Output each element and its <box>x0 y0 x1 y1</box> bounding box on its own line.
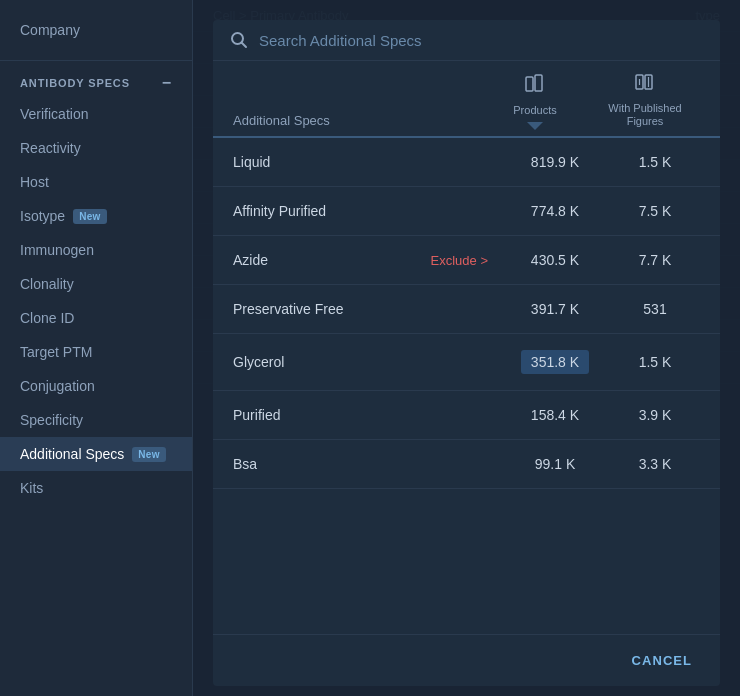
sidebar-item-verification[interactable]: Verification <box>0 97 192 131</box>
sidebar-item-label-target-ptm: Target PTM <box>20 344 92 360</box>
spec-row[interactable]: Glycerol351.8 K1.5 K <box>213 334 720 391</box>
sidebar-item-conjugation[interactable]: Conjugation <box>0 369 192 403</box>
published-icon <box>634 71 656 98</box>
sidebar-item-clone-id[interactable]: Clone ID <box>0 301 192 335</box>
sidebar-item-label-reactivity: Reactivity <box>20 140 81 156</box>
modal-footer: CANCEL <box>213 634 720 686</box>
column-headers: Additional Specs Products <box>213 61 720 138</box>
sidebar-item-immunogen[interactable]: Immunogen <box>0 233 192 267</box>
sidebar-item-label-kits: Kits <box>20 480 43 496</box>
collapse-icon[interactable]: − <box>162 75 172 91</box>
sidebar-divider-1 <box>0 60 192 61</box>
spec-row-products: 774.8 K <box>500 203 610 219</box>
spec-row-published: 3.9 K <box>610 407 700 423</box>
spec-row-published: 7.7 K <box>610 252 700 268</box>
sidebar-item-additional-specs[interactable]: Additional SpecsNew <box>0 437 192 471</box>
col-additional-specs-header: Additional Specs <box>233 113 480 128</box>
spec-row[interactable]: Preservative Free391.7 K531 <box>213 285 720 334</box>
badge-additional-specs: New <box>132 447 165 462</box>
col-products-header: Products <box>480 73 590 128</box>
sidebar-item-label-isotype: Isotype <box>20 208 65 224</box>
sidebar-item-label-clonality: Clonality <box>20 276 74 292</box>
svg-rect-2 <box>526 77 533 91</box>
exclude-button[interactable]: Exclude > <box>431 253 488 268</box>
spec-row-name: Glycerol <box>233 354 500 370</box>
svg-rect-3 <box>535 75 542 91</box>
sidebar-item-specificity[interactable]: Specificity <box>0 403 192 437</box>
spec-rows-container: Liquid819.9 K1.5 KAffinity Purified774.8… <box>213 138 720 634</box>
spec-row-published: 531 <box>610 301 700 317</box>
sidebar-item-kits[interactable]: Kits <box>0 471 192 505</box>
spec-row-products: 819.9 K <box>500 154 610 170</box>
spec-row-published: 1.5 K <box>610 154 700 170</box>
search-input[interactable] <box>259 32 704 49</box>
spec-row-products: 391.7 K <box>500 301 610 317</box>
sidebar-item-isotype[interactable]: IsotypeNew <box>0 199 192 233</box>
sidebar-item-label-immunogen: Immunogen <box>20 242 94 258</box>
col-published-header: With Published Figures <box>590 71 700 128</box>
main-content: Cell > Primary Antibodytype Cell > Antib… <box>193 0 740 696</box>
spec-row-name: Azide <box>233 252 431 268</box>
search-icon <box>229 30 249 50</box>
spec-row-products: 430.5 K <box>500 252 610 268</box>
spec-row-name: Purified <box>233 407 500 423</box>
spec-row-name: Liquid <box>233 154 500 170</box>
sidebar-item-label-verification: Verification <box>20 106 88 122</box>
spec-row-products: 99.1 K <box>500 456 610 472</box>
sidebar-item-company[interactable]: Company <box>0 12 192 48</box>
spec-row-published: 7.5 K <box>610 203 700 219</box>
sidebar-item-label-host: Host <box>20 174 49 190</box>
spec-row[interactable]: Affinity Purified774.8 K7.5 K <box>213 187 720 236</box>
sidebar-nav: VerificationReactivityHostIsotypeNewImmu… <box>0 97 192 505</box>
sidebar-item-label-clone-id: Clone ID <box>20 310 74 326</box>
sidebar-item-label-conjugation: Conjugation <box>20 378 95 394</box>
sidebar-item-label-specificity: Specificity <box>20 412 83 428</box>
spec-row[interactable]: AzideExclude >430.5 K7.7 K <box>213 236 720 285</box>
badge-isotype: New <box>73 209 106 224</box>
spec-row-name: Preservative Free <box>233 301 500 317</box>
spec-row[interactable]: Liquid819.9 K1.5 K <box>213 138 720 187</box>
sidebar-item-label-additional-specs: Additional Specs <box>20 446 124 462</box>
sidebar-item-target-ptm[interactable]: Target PTM <box>0 335 192 369</box>
cancel-button[interactable]: CANCEL <box>624 649 700 672</box>
spec-row-name: Affinity Purified <box>233 203 500 219</box>
spec-row[interactable]: Purified158.4 K3.9 K <box>213 391 720 440</box>
search-bar <box>213 20 720 61</box>
sidebar-item-clonality[interactable]: Clonality <box>0 267 192 301</box>
products-icon <box>524 73 546 100</box>
modal-panel: Additional Specs Products <box>213 20 720 686</box>
spec-row-products: 158.4 K <box>500 407 610 423</box>
sidebar-item-host[interactable]: Host <box>0 165 192 199</box>
spec-row[interactable]: Bsa99.1 K3.3 K <box>213 440 720 489</box>
spec-row-published: 1.5 K <box>610 354 700 370</box>
sidebar-section-antibody-specs: ANTIBODY SPECS − <box>0 65 192 97</box>
sort-arrow-products <box>527 122 543 130</box>
sidebar: Company ANTIBODY SPECS − VerificationRea… <box>0 0 193 696</box>
spec-row-published: 3.3 K <box>610 456 700 472</box>
spec-row-name: Bsa <box>233 456 500 472</box>
spec-row-products: 351.8 K <box>500 350 610 374</box>
svg-line-1 <box>242 43 247 48</box>
sidebar-item-reactivity[interactable]: Reactivity <box>0 131 192 165</box>
